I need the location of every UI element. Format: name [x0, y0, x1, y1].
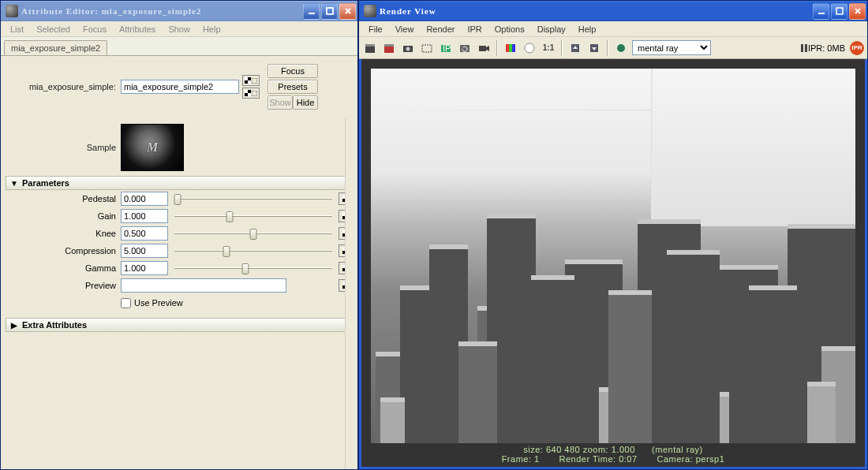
param-row-preview: Preview [6, 277, 353, 294]
svg-point-23 [525, 43, 534, 53]
param-label: Preview [6, 281, 121, 290]
attr-tab-row: mia_exposure_simple2 [1, 37, 357, 56]
param-input-knee[interactable] [121, 226, 168, 241]
render-area: size: 640 480 zoom: 1.000 (mental ray) F… [359, 59, 867, 469]
use-preview-input[interactable] [121, 298, 131, 308]
app-icon [364, 5, 376, 17]
svg-rect-21 [509, 44, 512, 52]
node-type-label: mia_exposure_simple: [6, 82, 121, 91]
minimize-button[interactable] [303, 3, 320, 20]
close-button[interactable] [339, 3, 356, 20]
param-row-knee: Knee [6, 225, 353, 242]
focus-button[interactable]: Focus [268, 64, 318, 78]
param-slider-gamma[interactable] [174, 263, 332, 274]
snapshot-icon[interactable] [400, 40, 416, 56]
app-icon [6, 5, 18, 17]
render-canvas[interactable] [371, 69, 855, 443]
svg-rect-8 [365, 47, 375, 53]
param-slider-pedestal[interactable] [174, 193, 332, 204]
param-input-pedestal[interactable] [121, 192, 168, 206]
svg-rect-18 [479, 46, 486, 51]
param-label: Compression [6, 246, 121, 256]
param-input-preview[interactable] [121, 278, 286, 293]
collapse-icon: ▼ [9, 179, 19, 188]
menu-list[interactable]: List [4, 23, 30, 35]
menu-view[interactable]: View [389, 23, 421, 35]
hide-button[interactable]: Hide [293, 95, 318, 110]
renderer-select[interactable]: mental ray [632, 40, 711, 55]
use-preview-checkbox[interactable]: Use Preview [121, 298, 183, 308]
presets-button[interactable]: Presets [268, 80, 318, 94]
menu-display[interactable]: Display [531, 23, 572, 35]
svg-rect-0 [309, 13, 315, 14]
load-image-icon[interactable] [586, 40, 602, 56]
refresh-icon[interactable] [457, 40, 473, 56]
one-to-one-icon[interactable]: 1:1 [541, 40, 556, 56]
use-preview-label: Use Preview [134, 298, 183, 308]
minimize-button[interactable] [813, 3, 829, 20]
attr-body: mia_exposure_simple: ⬚ ⬚ Focus Presets S… [1, 56, 357, 335]
menu-help[interactable]: Help [196, 23, 227, 35]
param-input-gain[interactable] [121, 209, 168, 223]
render-toolbar: IPR 1:1 mental ray IPR: 0MB IPR [359, 37, 867, 59]
param-row-gain: Gain [6, 207, 353, 225]
menu-help[interactable]: Help [572, 23, 603, 35]
attribute-editor-window: Attribute Editor: mia_exposure_simple2 L… [0, 0, 358, 470]
attr-titlebar[interactable]: Attribute Editor: mia_exposure_simple2 [1, 1, 357, 21]
param-label: Gain [6, 211, 121, 221]
param-label: Pedestal [6, 194, 121, 203]
menu-render[interactable]: Render [420, 23, 461, 35]
section-extra-attributes[interactable]: ▶ Extra Attributes [6, 318, 353, 332]
clapper-icon[interactable] [362, 40, 378, 56]
attr-title-text: Attribute Editor: mia_exposure_simple2 [21, 6, 303, 16]
ipr-icon[interactable]: IPR [438, 40, 454, 56]
tab-node[interactable]: mia_exposure_simple2 [4, 40, 107, 55]
svg-rect-20 [506, 44, 509, 52]
render-overlay: size: 640 480 zoom: 1.000 (mental ray) F… [371, 443, 855, 467]
param-input-compression[interactable] [121, 244, 168, 258]
svg-rect-4 [818, 13, 825, 14]
pause-icon[interactable] [801, 44, 803, 52]
close-button[interactable] [849, 3, 866, 20]
attr-menubar: List Selected Focus Attributes Show Help [1, 21, 357, 37]
section-extra-title: Extra Attributes [22, 320, 87, 330]
menu-options[interactable]: Options [488, 23, 531, 35]
param-row-compression: Compression [6, 242, 353, 259]
menu-ipr[interactable]: IPR [461, 23, 488, 35]
param-slider-knee[interactable] [174, 228, 332, 239]
render-titlebar[interactable]: Render View [359, 1, 867, 21]
region-icon[interactable] [419, 40, 435, 56]
render-title-text: Render View [380, 6, 813, 16]
svg-marker-19 [486, 46, 489, 51]
clapper-red-icon[interactable] [381, 40, 397, 56]
svg-rect-10 [384, 47, 394, 53]
go-in-icon[interactable]: ⬚ [242, 75, 260, 86]
save-image-icon[interactable] [567, 40, 583, 56]
menu-attributes[interactable]: Attributes [113, 23, 162, 35]
store-icon[interactable] [613, 40, 629, 56]
svg-rect-11 [384, 44, 394, 47]
menu-selected[interactable]: Selected [30, 23, 77, 35]
param-slider-gain[interactable] [174, 211, 332, 222]
render-view-window: Render View File View Render IPR Options… [358, 0, 868, 470]
param-slider-compression[interactable] [174, 245, 332, 256]
maximize-button[interactable] [321, 3, 338, 20]
menu-show[interactable]: Show [162, 23, 196, 35]
menu-file[interactable]: File [362, 23, 389, 35]
maximize-button[interactable] [831, 3, 847, 20]
section-parameters[interactable]: ▼ Parameters [6, 176, 353, 190]
param-row-pedestal: Pedestal [6, 190, 353, 207]
camera-icon[interactable] [476, 40, 492, 56]
show-button[interactable]: Show [268, 95, 293, 110]
param-input-gamma[interactable] [121, 261, 168, 275]
node-name-input[interactable] [121, 80, 239, 94]
go-out-icon[interactable]: ⬚ [242, 88, 260, 99]
alpha-icon[interactable] [522, 40, 537, 56]
svg-rect-1 [327, 8, 333, 14]
sample-swatch[interactable]: M [121, 124, 184, 171]
sample-label: Sample [6, 143, 121, 152]
vertical-scrollbar[interactable] [345, 118, 357, 469]
ipr-badge-icon[interactable]: IPR [850, 41, 864, 55]
rgb-icon[interactable] [503, 40, 518, 56]
menu-focus[interactable]: Focus [77, 23, 113, 35]
